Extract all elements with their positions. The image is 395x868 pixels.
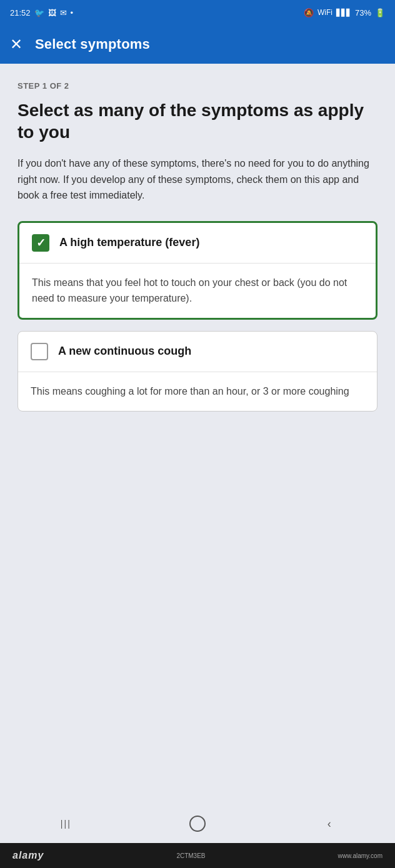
twitter-icon: 🐦 bbox=[34, 8, 44, 17]
back-button[interactable]: ‹ bbox=[316, 810, 343, 837]
checkmark-icon: ✓ bbox=[36, 237, 46, 249]
battery-icon: 🔋 bbox=[375, 8, 385, 17]
home-icon bbox=[189, 816, 206, 832]
symptom-detail-cough: This means coughing a lot for more than … bbox=[18, 372, 377, 411]
back-icon: ‹ bbox=[328, 817, 331, 831]
checkbox-fever[interactable]: ✓ bbox=[32, 234, 49, 252]
intro-description: If you don't have any of these symptoms,… bbox=[18, 155, 378, 204]
watermark-logo: alamy bbox=[12, 850, 44, 861]
recent-apps-button[interactable]: ||| bbox=[52, 810, 79, 837]
mail-icon: ✉ bbox=[60, 8, 67, 17]
symptom-title-fever: A high temperature (fever) bbox=[59, 236, 199, 249]
time-display: 21:52 bbox=[10, 8, 31, 17]
recent-apps-icon: ||| bbox=[61, 819, 71, 829]
app-bar-title: Select symptoms bbox=[35, 36, 150, 52]
symptom-detail-fever: This means that you feel hot to touch on… bbox=[19, 264, 376, 318]
watermark-bar: alamy 2CTM3EB www.alamy.com bbox=[0, 843, 395, 868]
status-bar: 21:52 🐦 🖼 ✉ • 🔕 WiFi ▋▋▋ 73% 🔋 bbox=[0, 0, 395, 25]
symptom-header-cough[interactable]: A new continuous cough bbox=[18, 332, 377, 372]
symptom-card-cough[interactable]: A new continuous cough This means coughi… bbox=[18, 331, 378, 412]
gallery-icon: 🖼 bbox=[48, 8, 56, 17]
page-heading: Select as many of the symptoms as apply … bbox=[18, 99, 378, 143]
symptom-card-fever[interactable]: ✓ A high temperature (fever) This means … bbox=[18, 221, 378, 320]
status-left: 21:52 🐦 🖼 ✉ • bbox=[10, 8, 73, 17]
checkbox-cough[interactable] bbox=[31, 343, 48, 360]
signal-icon: ▋▋▋ bbox=[336, 9, 351, 17]
main-content: STEP 1 OF 2 Select as many of the sympto… bbox=[0, 64, 395, 804]
step-label: STEP 1 OF 2 bbox=[18, 81, 378, 91]
close-icon: ✕ bbox=[10, 36, 22, 52]
battery-display: 73% bbox=[355, 8, 371, 17]
status-right: 🔕 WiFi ▋▋▋ 73% 🔋 bbox=[304, 8, 385, 17]
close-button[interactable]: ✕ bbox=[10, 37, 22, 52]
notification-dot: • bbox=[71, 8, 74, 17]
watermark-id: 2CTM3EB bbox=[176, 852, 205, 859]
symptom-header-fever[interactable]: ✓ A high temperature (fever) bbox=[19, 223, 376, 264]
nav-bar: ||| ‹ bbox=[0, 804, 395, 843]
symptom-title-cough: A new continuous cough bbox=[58, 345, 191, 358]
app-bar: ✕ Select symptoms bbox=[0, 25, 395, 64]
watermark-website: www.alamy.com bbox=[338, 852, 383, 859]
wifi-icon: WiFi bbox=[318, 8, 332, 17]
home-button[interactable] bbox=[184, 810, 211, 837]
mute-icon: 🔕 bbox=[304, 8, 314, 17]
